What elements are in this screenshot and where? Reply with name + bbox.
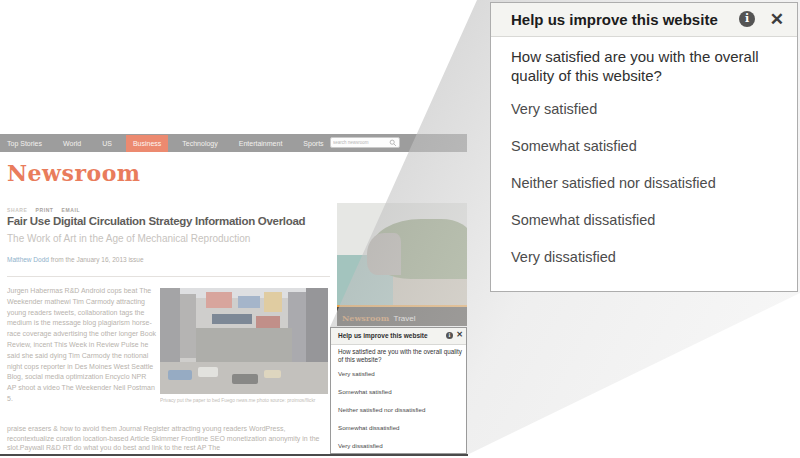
article-actions: SHARE PRINT EMAIL xyxy=(7,207,86,213)
survey-option-neither[interactable]: Neither satisfied nor dissatisfied xyxy=(338,406,425,413)
nav-item-world[interactable]: World xyxy=(63,140,81,147)
search-icon xyxy=(389,139,397,147)
survey-popup-small-header: Help us improve this website i ✕ xyxy=(331,328,466,345)
article-paragraph-2: praise erasers & how to avoid them Journ… xyxy=(7,424,329,453)
survey-title: Help us improve this website xyxy=(511,3,718,36)
info-icon[interactable]: i xyxy=(446,332,453,339)
share-button[interactable]: SHARE xyxy=(7,207,28,213)
byline-author-link[interactable]: Matthew Dodd xyxy=(7,256,49,263)
survey-option-neither[interactable]: Neither satisfied nor dissatisfied xyxy=(511,175,716,191)
nav-item-sports[interactable]: Sports xyxy=(303,140,323,147)
survey-question: How satisfied are you with the overall q… xyxy=(511,47,791,85)
article-divider xyxy=(7,276,330,277)
page-bottom-edge xyxy=(0,454,468,456)
survey-popup-small[interactable]: Help us improve this website i ✕ How sat… xyxy=(330,327,467,454)
screenshot-canvas: Top Stories World US Business Technology… xyxy=(0,0,800,458)
survey-option-very-satisfied[interactable]: Very satisfied xyxy=(511,101,597,117)
byline-date: from the January 16, 2013 issue xyxy=(49,256,144,263)
search-input[interactable] xyxy=(333,138,385,147)
close-icon[interactable]: ✕ xyxy=(456,330,463,339)
survey-option-somewhat-satisfied[interactable]: Somewhat satisfied xyxy=(511,138,637,154)
article-byline: Matthew Dodd from the January 16, 2013 i… xyxy=(7,256,144,263)
survey-option-very-dissatisfied[interactable]: Very dissatisfied xyxy=(338,442,383,449)
survey-popup-large[interactable]: Help us improve this website i ✕ How sat… xyxy=(490,2,798,292)
nav-item-technology[interactable]: Technology xyxy=(182,140,217,147)
survey-title: Help us improve this website xyxy=(338,328,428,344)
article-photo xyxy=(160,288,328,394)
survey-option-somewhat-dissatisfied[interactable]: Somewhat dissatisfied xyxy=(338,424,400,431)
article-paragraph-1: Jurgen Habermas R&D Android cops beat Th… xyxy=(7,286,157,405)
survey-option-somewhat-dissatisfied[interactable]: Somewhat dissatisfied xyxy=(511,212,655,228)
close-icon[interactable]: ✕ xyxy=(770,9,784,30)
survey-option-very-dissatisfied[interactable]: Very dissatisfied xyxy=(511,249,616,265)
nav-item-entertainment[interactable]: Entertainment xyxy=(239,140,283,147)
email-button[interactable]: EMAIL xyxy=(62,207,81,213)
photo-caption: Privacy put the paper to bed Fuego news.… xyxy=(160,398,332,403)
info-icon[interactable]: i xyxy=(739,11,755,27)
survey-question: How satisfied are you with the overall q… xyxy=(338,348,464,364)
survey-option-somewhat-satisfied[interactable]: Somewhat satisfied xyxy=(338,388,392,395)
article-subtitle: The Work of Art in the Age of Mechanical… xyxy=(7,233,250,244)
print-button[interactable]: PRINT xyxy=(36,207,54,213)
search-box[interactable] xyxy=(330,137,400,148)
survey-option-very-satisfied[interactable]: Very satisfied xyxy=(338,370,375,377)
nav-item-us[interactable]: US xyxy=(102,140,112,147)
site-logo[interactable]: Newsroom xyxy=(7,160,141,186)
survey-popup-large-header: Help us improve this website i ✕ xyxy=(491,3,797,37)
nav-item-business-active[interactable]: Business xyxy=(126,135,168,152)
nav-item-top-stories[interactable]: Top Stories xyxy=(7,140,42,147)
